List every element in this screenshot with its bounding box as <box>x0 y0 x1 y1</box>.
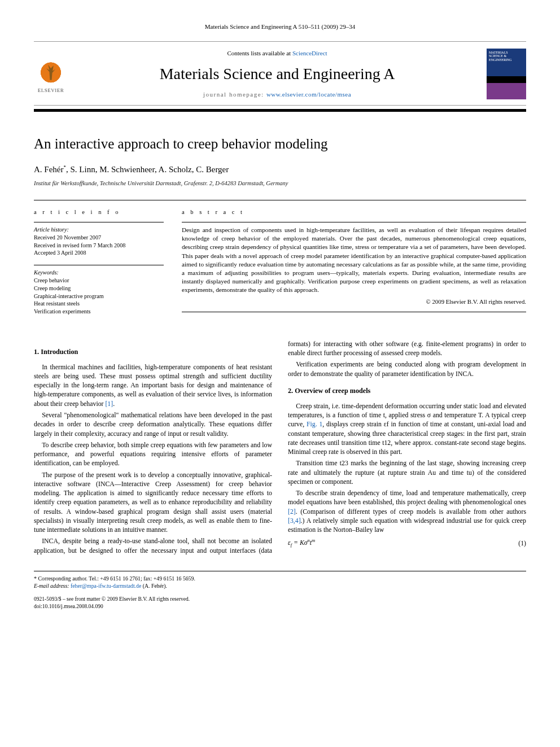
abstract-text: Design and inspection of components used… <box>182 222 526 294</box>
abstract-heading: a b s t r a c t <box>182 208 526 216</box>
masthead: ELSEVIER Contents lists available at Sci… <box>34 41 526 106</box>
email-tail: (A. Fehér). <box>141 583 167 589</box>
publisher-name: ELSEVIER <box>38 87 64 94</box>
p-text: To describe strain dependency of time, l… <box>288 489 526 506</box>
elsevier-tree-icon <box>37 58 64 85</box>
publisher-logo: ELSEVIER <box>34 54 68 94</box>
article-history-block: Article history: Received 20 November 20… <box>34 222 164 257</box>
equation-expression: εf = Kσntm <box>288 538 315 549</box>
issn-line: 0921-5093/$ – see front matter © 2009 El… <box>34 596 526 603</box>
authors: A. Fehér*, S. Linn, M. Schwienheer, A. S… <box>34 164 526 175</box>
keyword: Graphical-interactive program <box>34 292 164 300</box>
abstract-column: a b s t r a c t Design and inspection of… <box>182 208 526 324</box>
info-abstract-row: a r t i c l e i n f o Article history: R… <box>34 200 526 324</box>
body-paragraph: Transition time t23 marks the beginning … <box>288 458 526 486</box>
cover-label-1: MATERIALS <box>489 51 524 55</box>
ref-link-2[interactable]: [2] <box>288 508 296 516</box>
article-info-heading: a r t i c l e i n f o <box>34 208 164 216</box>
running-head: Materials Science and Engineering A 510–… <box>34 23 526 31</box>
body-paragraph: In thermical machines and facilities, hi… <box>34 362 272 408</box>
p-text: .) A relatively simple such equation wit… <box>288 517 526 534</box>
keyword: Heat resistant steels <box>34 300 164 308</box>
section-2-heading: 2. Overview of creep models <box>288 386 526 396</box>
abstract-copyright: © 2009 Elsevier B.V. All rights reserved… <box>182 298 526 312</box>
bottom-meta: 0921-5093/$ – see front matter © 2009 El… <box>34 596 526 610</box>
journal-name: Materials Science and Engineering A <box>73 63 481 85</box>
cover-label-2: SCIENCE & <box>489 54 524 58</box>
doi-line: doi:10.1016/j.msea.2008.04.090 <box>34 603 526 610</box>
keyword: Creep behavior <box>34 277 164 285</box>
homepage-link[interactable]: www.elsevier.com/locate/msea <box>266 91 351 98</box>
equation-1: εf = Kσntm (1) <box>288 538 526 549</box>
body-paragraph: Verification experiments are being condu… <box>288 360 526 378</box>
thick-rule <box>34 109 526 112</box>
footnote-block: * Corresponding author. Tel.: +49 6151 1… <box>34 571 526 590</box>
body-paragraph: To describe strain dependency of time, l… <box>288 488 526 534</box>
ref-link-1[interactable]: [1] <box>105 400 113 408</box>
body-paragraph: To describe creep behavior, both simple … <box>34 440 272 468</box>
keyword: Verification experiments <box>34 308 164 316</box>
p-text: . (Comparison of different types of cree… <box>296 508 526 516</box>
corr-email-link[interactable]: feher@mpa-ifw.tu-darmstadt.de <box>71 583 141 589</box>
section-1-heading: 1. Introduction <box>34 347 272 357</box>
ref-link-34[interactable]: [3,4] <box>288 517 301 525</box>
history-revised: Received in revised form 7 March 2008 <box>34 242 164 250</box>
corr-author-line: Corresponding author. Tel.: +49 6151 16 … <box>38 575 195 582</box>
cover-label-3: ENGINEERING <box>489 58 524 62</box>
article-title: An interactive approach to creep behavio… <box>34 134 526 154</box>
keywords-label: Keywords: <box>34 269 164 277</box>
p-text: , displays creep strain εf in function o… <box>288 420 526 456</box>
affiliation: Institut für Werkstoffkunde, Technische … <box>34 180 526 187</box>
history-accepted: Accepted 3 April 2008 <box>34 249 164 257</box>
keyword: Creep modeling <box>34 285 164 292</box>
corr-star-icon: * <box>34 575 37 582</box>
contents-prefix: Contents lists available at <box>227 50 292 56</box>
body-paragraph: Several "phenomenological" mathematical … <box>34 410 272 438</box>
body-paragraph: The purpose of the present work is to de… <box>34 470 272 535</box>
homepage-line: journal homepage: www.elsevier.com/locat… <box>73 90 481 99</box>
history-received: Received 20 November 2007 <box>34 234 164 242</box>
journal-cover-thumb: MATERIALS SCIENCE & ENGINEERING <box>487 49 526 99</box>
history-label: Article history: <box>34 226 164 234</box>
body-paragraph: Creep strain, i.e. time-dependent deform… <box>288 401 526 457</box>
body-columns: 1. Introduction In thermical machines an… <box>34 339 526 555</box>
p-text: . <box>113 400 115 408</box>
homepage-prefix: journal homepage: <box>203 91 266 98</box>
keywords-block: Keywords: Creep behavior Creep modeling … <box>34 265 164 316</box>
p-text: In thermical machines and facilities, hi… <box>34 363 272 408</box>
email-label: E-mail address: <box>34 583 69 589</box>
fig-link-1[interactable]: Fig. 1 <box>307 420 322 428</box>
article-info-column: a r t i c l e i n f o Article history: R… <box>34 208 164 324</box>
equation-number: (1) <box>518 539 526 548</box>
contents-line: Contents lists available at ScienceDirec… <box>73 49 481 58</box>
sciencedirect-link[interactable]: ScienceDirect <box>292 50 327 56</box>
